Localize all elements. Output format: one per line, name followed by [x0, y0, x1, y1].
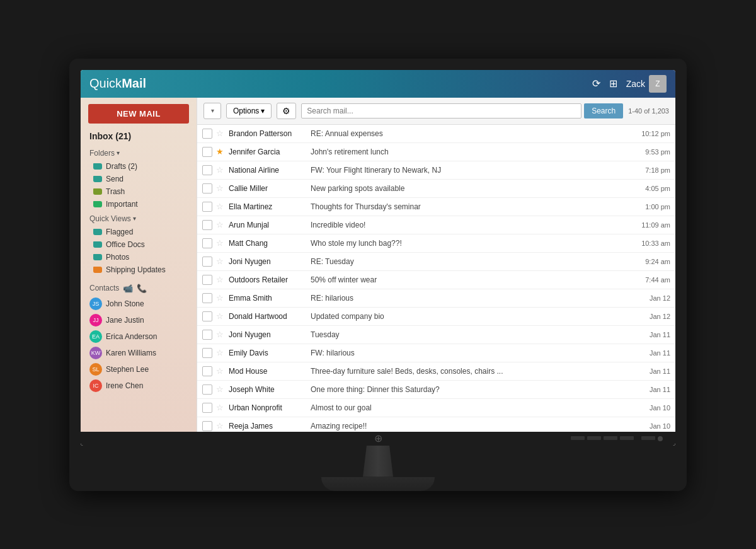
layout-icon[interactable]: ⊞	[609, 78, 617, 90]
sidebar-item-flagged[interactable]: Flagged	[81, 226, 197, 238]
email-subject: One more thing: Dinner this Saturday?	[311, 385, 626, 394]
email-row[interactable]: ★ Jennifer Garcia John's retirement lunc…	[197, 143, 675, 161]
email-row[interactable]: ☆ Brandon Patterson RE: Annual expenses …	[197, 125, 675, 143]
email-row[interactable]: ☆ National Airline FW: Your Flight Itine…	[197, 161, 675, 180]
row-checkbox[interactable]	[202, 165, 212, 175]
sidebar-item-drafts[interactable]: Drafts (2)	[81, 160, 197, 173]
star-icon[interactable]: ☆	[216, 421, 224, 431]
email-row[interactable]: ☆ Joseph White One more thing: Dinner th…	[197, 381, 675, 399]
star-icon[interactable]: ☆	[216, 384, 224, 394]
folder-icon	[93, 176, 102, 182]
search-button[interactable]: Search	[584, 103, 623, 118]
email-subject: Amazing recipe!!	[311, 422, 626, 431]
search-input[interactable]	[301, 103, 581, 118]
star-icon[interactable]: ☆	[216, 293, 224, 303]
star-icon[interactable]: ☆	[216, 165, 224, 175]
folders-section-header: Folders ▾	[81, 145, 197, 160]
email-subject: Three-day furniture sale! Beds, desks, c…	[311, 367, 626, 376]
star-icon[interactable]: ☆	[216, 238, 224, 248]
row-checkbox[interactable]	[202, 366, 212, 376]
contact-item-jane-justin[interactable]: JJ Jane Justin	[81, 312, 197, 328]
row-checkbox[interactable]	[202, 384, 212, 395]
row-checkbox[interactable]	[202, 330, 212, 340]
row-checkbox[interactable]	[202, 275, 212, 285]
star-icon[interactable]: ☆	[216, 183, 224, 193]
row-checkbox[interactable]	[202, 421, 212, 431]
email-row[interactable]: ☆ Joni Nyugen Tuesday Jan 11	[197, 326, 675, 344]
star-icon[interactable]: ☆	[216, 311, 224, 321]
avatar[interactable]: Z	[649, 75, 667, 93]
star-icon[interactable]: ☆	[216, 348, 224, 357]
sidebar-item-shipping-updates[interactable]: Shipping Updates	[81, 263, 197, 276]
row-checkbox[interactable]	[202, 311, 212, 321]
star-icon[interactable]: ☆	[216, 366, 224, 376]
email-row[interactable]: ☆ Callie Miller New parking spots availa…	[197, 180, 675, 198]
row-checkbox[interactable]	[202, 147, 212, 157]
email-row[interactable]: ☆ Urban Nonprofit Almost to our goal Jan…	[197, 399, 675, 417]
star-icon[interactable]: ☆	[216, 220, 224, 229]
email-time: Jan 12	[626, 294, 670, 302]
email-subject: Updated company bio	[311, 312, 626, 321]
email-row[interactable]: ☆ Emma Smith RE: hilarious Jan 12	[197, 289, 675, 308]
options-button[interactable]: Options ▾	[226, 103, 272, 118]
star-icon[interactable]: ☆	[216, 257, 224, 266]
row-checkbox[interactable]	[202, 238, 212, 248]
email-subject: John's retirement lunch	[311, 147, 626, 156]
star-icon[interactable]: ☆	[216, 275, 224, 284]
ctrl-btn-3[interactable]	[604, 436, 617, 440]
email-row[interactable]: ☆ Outdoors Retailer 50% off winter wear …	[197, 271, 675, 289]
contact-item-erica-anderson[interactable]: EA Erica Anderson	[81, 328, 197, 345]
email-row[interactable]: ☆ Mod House Three-day furniture sale! Be…	[197, 362, 675, 381]
video-icon[interactable]: 📹	[123, 284, 133, 293]
sidebar-item-office-docs[interactable]: Office Docs	[81, 238, 197, 251]
row-checkbox[interactable]	[202, 129, 212, 139]
contact-item-john-stone[interactable]: JS John Stone	[81, 296, 197, 312]
star-icon[interactable]: ★	[216, 147, 224, 156]
settings-button[interactable]: ⚙	[277, 103, 296, 119]
email-time: 11:09 am	[626, 221, 670, 229]
sidebar-item-important[interactable]: Important	[81, 198, 197, 211]
ctrl-btn-1[interactable]	[571, 436, 585, 440]
select-all-checkbox[interactable]: ▾	[203, 103, 221, 119]
contact-item-karen-williams[interactable]: KW Karen Williams	[81, 345, 197, 361]
ctrl-btn-5[interactable]	[641, 436, 655, 440]
sidebar-item-send[interactable]: Send	[81, 173, 197, 185]
power-dot[interactable]	[658, 436, 663, 441]
contact-item-stephen-lee[interactable]: SL Stephen Lee	[81, 361, 197, 378]
star-icon[interactable]: ☆	[216, 330, 224, 339]
row-checkbox[interactable]	[202, 293, 212, 303]
refresh-icon[interactable]: ⟳	[592, 78, 600, 90]
row-checkbox[interactable]	[202, 220, 212, 230]
email-row[interactable]: ☆ Joni Nyugen RE: Tuesday 9:24 am	[197, 253, 675, 271]
row-checkbox[interactable]	[202, 202, 212, 212]
email-subject: Almost to our goal	[311, 403, 626, 412]
sidebar-item-label: Flagged	[106, 228, 133, 236]
email-row[interactable]: ☆ Emily Davis FW: hilarious Jan 11	[197, 344, 675, 362]
logo-mail: Mail	[122, 76, 146, 90]
contact-name: Erica Anderson	[106, 332, 157, 341]
ctrl-btn-4[interactable]	[620, 436, 634, 440]
email-row[interactable]: ☆ Matt Chang Who stole my lunch bag??! 1…	[197, 234, 675, 253]
new-mail-button[interactable]: NEW MAIL	[88, 104, 189, 124]
email-row[interactable]: ☆ Ella Martinez Thoughts for Thursday's …	[197, 198, 675, 216]
email-row[interactable]: ☆ Donald Hartwood Updated company bio Ja…	[197, 308, 675, 326]
contact-item-irene-chen[interactable]: IC Irene Chen	[81, 378, 197, 394]
row-checkbox[interactable]	[202, 183, 212, 194]
star-icon[interactable]: ☆	[216, 403, 224, 412]
sidebar-item-photos[interactable]: Photos	[81, 251, 197, 263]
email-row[interactable]: ☆ Arun Munjal Incredible video! 11:09 am	[197, 216, 675, 234]
star-icon[interactable]: ☆	[216, 129, 224, 138]
email-sender: Jennifer Garcia	[229, 147, 311, 156]
folders-arrow-icon: ▾	[117, 149, 120, 156]
ctrl-btn-2[interactable]	[587, 436, 601, 440]
row-checkbox[interactable]	[202, 257, 212, 267]
email-row[interactable]: ☆ Reeja James Amazing recipe!! Jan 10	[197, 417, 675, 432]
phone-icon[interactable]: 📞	[137, 284, 147, 293]
star-icon[interactable]: ☆	[216, 202, 224, 211]
email-time: 7:18 pm	[626, 166, 670, 174]
row-checkbox[interactable]	[202, 348, 212, 358]
email-count: 1-40 of 1,203	[628, 107, 669, 115]
sidebar-item-trash[interactable]: Trash	[81, 185, 197, 198]
email-sender: Reeja James	[229, 422, 311, 431]
row-checkbox[interactable]	[202, 403, 212, 413]
